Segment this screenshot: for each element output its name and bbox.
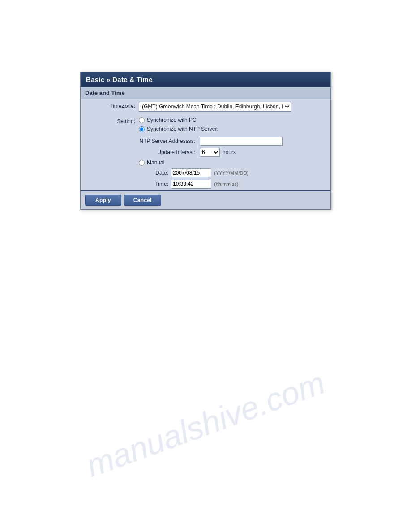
sync-ntp-radio[interactable]: [139, 126, 145, 132]
timezone-row: TimeZone: (GMT) Greenwich Mean Time : Du…: [81, 99, 330, 114]
manual-radio-row: Manual: [139, 159, 326, 166]
update-interval-row: Update Interval: 6 12 24 hours: [139, 148, 326, 157]
time-input[interactable]: [171, 180, 211, 189]
update-interval-select[interactable]: 6 12 24: [200, 148, 220, 157]
ntp-subform: NTP Server Addressss: Update Interval: 6…: [139, 137, 326, 157]
dialog-title: Basic » Date & Time: [86, 76, 153, 83]
date-label: Date:: [146, 170, 168, 176]
cancel-button[interactable]: Cancel: [124, 195, 161, 206]
setting-label: Setting:: [85, 117, 139, 124]
sync-ntp-label: Synchronize with NTP Server:: [147, 126, 218, 132]
time-label: Time:: [146, 181, 168, 187]
manual-label: Manual: [147, 159, 164, 166]
time-format: (hh:mmiss): [214, 181, 238, 187]
manual-radio[interactable]: [139, 160, 145, 166]
timezone-label: TimeZone:: [85, 102, 139, 109]
ntp-address-input[interactable]: [200, 137, 283, 146]
ntp-address-row: NTP Server Addressss:: [139, 137, 326, 146]
ntp-address-label: NTP Server Addressss:: [139, 138, 197, 144]
apply-button[interactable]: Apply: [85, 195, 121, 206]
date-input[interactable]: [171, 168, 211, 177]
hours-label: hours: [223, 149, 236, 155]
watermark: manualshive.com: [81, 364, 330, 485]
setting-row: Setting: Synchronize with PC Synchronize…: [81, 114, 330, 190]
footer: Apply Cancel: [81, 190, 330, 209]
dialog-container: Basic » Date & Time Date and Time TimeZo…: [80, 72, 331, 210]
timezone-control: (GMT) Greenwich Mean Time : Dublin, Edin…: [139, 102, 326, 112]
date-format: (YYYY/MM/DD): [214, 170, 248, 176]
sync-pc-radio-row: Synchronize with PC: [139, 117, 326, 123]
section-header: Date and Time: [81, 87, 330, 99]
sync-pc-radio[interactable]: [139, 117, 145, 123]
dialog-header: Basic » Date & Time: [81, 72, 330, 87]
time-row: Time: (hh:mmiss): [146, 180, 326, 189]
update-interval-label: Update Interval:: [139, 149, 197, 155]
manual-datetime: Date: (YYYY/MM/DD) Time: (hh:mmiss): [139, 168, 326, 189]
form-body: TimeZone: (GMT) Greenwich Mean Time : Du…: [81, 99, 330, 190]
sync-ntp-radio-row: Synchronize with NTP Server:: [139, 126, 326, 132]
timezone-select[interactable]: (GMT) Greenwich Mean Time : Dublin, Edin…: [139, 102, 291, 112]
date-row: Date: (YYYY/MM/DD): [146, 168, 326, 177]
section-label: Date and Time: [85, 90, 125, 96]
sync-pc-label: Synchronize with PC: [147, 117, 197, 123]
